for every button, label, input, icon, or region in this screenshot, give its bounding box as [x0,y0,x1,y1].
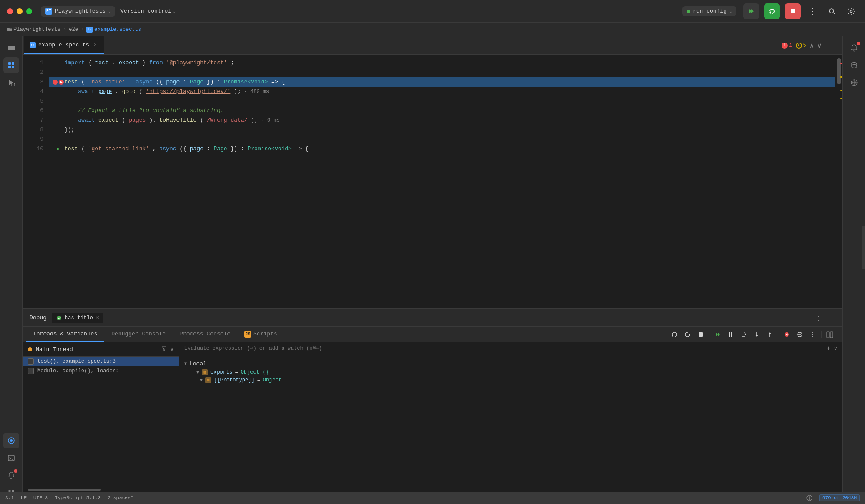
debug-disable-icon [797,332,803,338]
sidebar-item-run[interactable] [3,75,19,90]
breadcrumb-project[interactable]: PlaywrightTests [7,27,60,33]
sidebar-item-debug[interactable] [3,433,19,448]
error-dot-icon: ! [782,43,788,49]
frame-icon-1 [28,358,34,365]
thread-frame-2[interactable]: Module._compile(), loader: [23,366,179,376]
tab-scripts[interactable]: JS Scripts [237,327,284,342]
debug-toolbar-sep-3 [821,331,822,338]
prototype-variable[interactable]: ▼ ⊟ [[Prototype]] = Object [184,376,837,384]
thread-frame-1[interactable]: test(), example.spec.ts:3 [23,357,179,366]
debug-panel-header: Debug has title × ⋮ – [23,309,842,327]
search-button[interactable] [825,4,839,18]
debug-red-action-button[interactable] [781,329,792,340]
code-line-5 [49,96,835,106]
status-position[interactable]: 3:1 [5,495,14,501]
right-sidebar-notifications-button[interactable] [846,40,862,56]
add-watch-button[interactable]: + [827,345,830,352]
code-text-3: test ( 'has title' , async ({ page : Pag… [64,77,832,87]
code-text-4: await page . goto ( 'https://playwright.… [64,87,832,96]
debug-stepout-button[interactable] [764,329,775,340]
rerun-button[interactable] [764,3,780,19]
code-line-8: }); [49,125,835,135]
line-num-10: 10 [23,144,43,154]
maximize-window-button[interactable] [26,8,32,14]
tab-example-spec[interactable]: ts example.spec.ts × [24,36,104,54]
version-control-selector[interactable]: Version control ⌄ [120,8,176,14]
right-sidebar-db-button[interactable] [846,57,862,73]
minimize-window-button[interactable] [17,8,23,14]
debug-rerun2-button[interactable] [682,329,693,340]
run-all-button[interactable] [743,3,759,19]
status-bar: 3:1 LF UTF-8 TypeScript 5.1.3 2 spaces* … [0,492,865,504]
debug-rerun-button[interactable] [669,329,680,340]
debug-disable-button[interactable] [794,329,805,340]
sidebar-item-terminal[interactable] [3,450,19,466]
tab-more-button[interactable]: ⋮ [827,40,837,51]
svg-marker-36 [769,332,771,334]
debug-stepover-icon [740,331,747,338]
svg-marker-22 [57,147,60,151]
prototype-type-icon: ⊟ [205,377,211,383]
right-sidebar-globe-button[interactable] [846,75,862,90]
search-icon [828,7,836,15]
sidebar-item-folder[interactable] [3,40,19,56]
settings-button[interactable] [844,4,858,18]
line-num-9: 9 [23,135,43,144]
thread-filter-button[interactable] [162,346,167,353]
folder-icon [7,44,15,52]
collapse-errors-button[interactable]: ∧ [810,41,814,50]
evaluate-expression-input[interactable] [184,345,823,351]
status-language[interactable]: TypeScript 5.1.3 [55,495,101,501]
exports-variable[interactable]: ▼ ⊟ exports = Object {} [184,368,837,376]
debug-test-close-button[interactable]: × [96,315,99,322]
breadcrumb-folder[interactable]: e2e [69,27,78,33]
run-config-selector[interactable]: run config ⌄ [682,6,736,16]
tab-process-console[interactable]: Process Console [173,327,237,342]
debug-active-test-tab[interactable]: has title × [52,313,103,323]
debug-stepover-button[interactable] [738,329,749,340]
traffic-lights [7,8,32,14]
editor-scrollbar[interactable] [835,55,842,308]
code-text-5 [64,96,832,106]
tab-close-button[interactable]: × [92,42,99,49]
sidebar-item-notifications[interactable] [3,468,19,483]
code-text-10: test ( 'get started link' , async ({ pag… [64,144,832,154]
debug-stop-button[interactable] [695,329,706,340]
sidebar-item-layers[interactable] [3,57,19,73]
close-window-button[interactable] [7,8,13,14]
tab-threads-variables[interactable]: Threads & Variables [26,327,104,342]
expand-errors-button[interactable]: ∨ [817,41,822,50]
code-text-8: }); [64,125,832,135]
debug-red-icon [784,332,790,338]
debug-more-button[interactable]: ⋮ [814,313,823,323]
debug-layout-button[interactable] [824,329,835,340]
status-info-button[interactable] [806,495,812,501]
status-encoding[interactable]: UTF-8 [33,495,48,501]
thread-frame-label-2: Module._compile(), loader: [37,368,119,374]
code-text-1: import { test , expect } from '@playwrig… [64,58,832,68]
debug-toolbar-sep-1 [709,331,709,338]
debug-pause-button[interactable] [725,329,736,340]
stop-button[interactable] [785,3,801,19]
thread-expand-button[interactable]: ∨ [170,346,173,353]
warning-scroll-mark-1 [840,76,842,78]
svg-point-45 [852,63,857,65]
status-indent[interactable]: 2 spaces* [108,495,133,501]
code-content[interactable]: import { test , expect } from '@playwrig… [49,55,835,308]
project-selector[interactable]: PT PlaywrightTests ⌄ [41,6,115,17]
debug-more-toolbar-button[interactable]: ⋮ [807,329,818,340]
svg-marker-34 [755,335,758,337]
breadcrumb-file[interactable]: tsexample.spec.ts [86,27,141,33]
tab-debugger-console[interactable]: Debugger Console [104,327,173,342]
debug-stepinto-button[interactable] [751,329,762,340]
play-gutter-icon[interactable] [56,146,61,152]
more-options-button[interactable]: ⋮ [806,4,820,18]
debug-minimize-button[interactable]: – [826,313,835,323]
expand-all-button[interactable]: ∨ [834,345,837,352]
debug-resume-button[interactable] [712,329,723,340]
breakpoint-icon[interactable] [53,80,58,85]
threads-scrollbar[interactable] [28,488,173,491]
status-line-ending[interactable]: LF [21,495,27,501]
local-section-header[interactable]: ▼ Local [184,359,837,368]
run-status-dot [687,10,690,13]
